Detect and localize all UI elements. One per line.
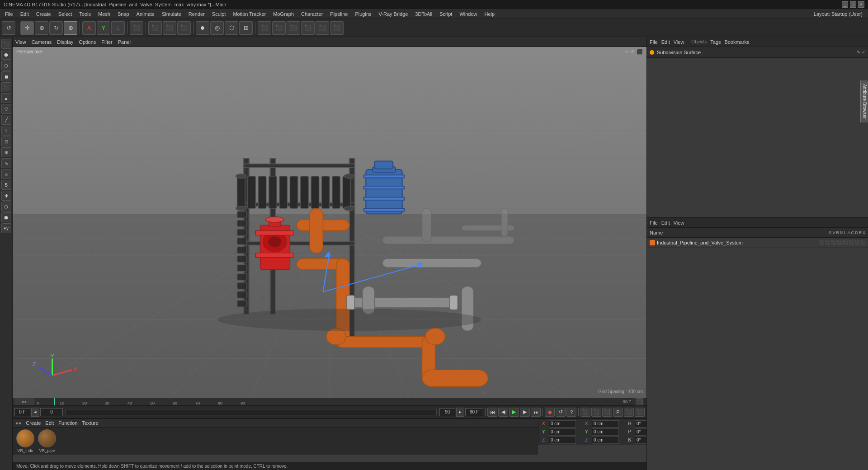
end-frame-input[interactable] [439,408,455,416]
go-to-end-button[interactable]: ⏭ [531,408,541,417]
scale-tool-button[interactable]: ⊕ [35,21,48,35]
play-reverse-button[interactable]: ◀ [498,408,508,417]
frame-progress-bar[interactable] [66,409,437,415]
render-region-button[interactable]: ⬛ [130,21,143,35]
menu-help[interactable]: Help [481,10,498,18]
render-view-button[interactable]: ⬛ [148,21,162,35]
current-frame-input[interactable] [14,408,30,416]
timeline-settings[interactable]: ⬛ [636,398,643,405]
frame-step-down[interactable]: ◂ [31,408,39,417]
menu-file[interactable]: File [2,10,16,18]
viewport-menu-cameras[interactable]: Cameras [32,39,52,45]
menu-snap[interactable]: Snap [114,10,132,18]
left-tool-6[interactable]: ▲ [1,93,11,103]
uv-mode-button[interactable]: ⊞ [239,21,253,35]
menu-mograph[interactable]: MoGraph [270,10,297,18]
selection-key[interactable]: ⬛ [602,408,612,417]
viewport-menu-panel[interactable]: Panel [118,39,131,45]
left-tool-sculpt[interactable]: ⌾ [1,169,11,179]
material-menu-edit[interactable]: Edit [45,420,54,426]
left-tool-2[interactable]: ⬢ [1,50,11,60]
obj-icon-1[interactable]: ⬛ [819,240,824,245]
subd-edit-icon[interactable]: ✎ [857,50,860,55]
wireframe-button[interactable]: ⬛ [287,21,300,35]
viewport-menu-display[interactable]: Display [57,39,73,45]
menu-tools[interactable]: Tools [76,10,94,18]
obj-icon-2[interactable]: ⬛ [825,240,830,245]
record-button[interactable]: ⏺ [545,408,555,417]
y-axis-button[interactable]: Y [97,21,110,35]
go-to-start-button[interactable]: ⏮ [487,408,497,417]
material-menu-texture[interactable]: Texture [82,420,99,426]
menu-simulate[interactable]: Simulate [159,10,184,18]
render-button[interactable]: ⬛ [163,21,176,35]
obj-menu-edit[interactable]: Edit [661,220,670,226]
edge-mode-button[interactable]: ◎ [210,21,224,35]
bar-key[interactable]: ⬛ [635,408,645,417]
viewport-icon-layout[interactable]: ⬛ [637,49,643,55]
obj-menu-view[interactable]: View [674,220,684,226]
obj-icon-6[interactable]: ⬛ [849,240,854,245]
left-tool-circle[interactable]: ⬡ [1,202,11,212]
left-tool-python[interactable]: Py [1,223,11,233]
obj-icon-4[interactable]: ⬛ [837,240,842,245]
loop-button[interactable]: ↺ [556,408,566,417]
left-tool-1[interactable]: ⬛ [1,39,11,49]
end-frame-label[interactable] [465,408,483,416]
viewport-settings[interactable]: ⬛ [316,21,329,35]
left-tool-plus[interactable]: ✚ [1,191,11,201]
close-button[interactable]: ✕ [858,1,864,8]
timeline-ruler[interactable]: 0 10 20 30 40 50 60 70 80 90 [34,398,620,405]
coord-y-size[interactable] [592,428,619,436]
coord-x-size[interactable] [592,420,619,428]
x-axis-button[interactable]: X [82,21,96,35]
menu-sculpt[interactable]: Sculpt [209,10,229,18]
coord-z-pos[interactable] [549,437,576,444]
subd-check-icon[interactable]: ✓ [862,50,865,55]
left-tool-hex[interactable]: ⬢ [1,212,11,222]
coord-x-pos[interactable] [549,420,576,428]
play-forward-button[interactable]: ▶ [520,408,530,417]
attr-menu-file[interactable]: File [650,39,658,45]
material-item-2[interactable]: VR_pipe [38,429,56,453]
motion-key[interactable]: ⬛ [591,408,601,417]
menu-mesh[interactable]: Mesh [95,10,113,18]
display-mode-button[interactable]: ⬛ [258,21,271,35]
coord-y-pos[interactable] [549,428,576,436]
left-tool-4[interactable]: ◼ [1,71,11,81]
pose-key[interactable]: P [613,408,623,417]
left-tool-7[interactable]: ▽ [1,104,11,114]
left-tool-5[interactable]: ⬛ [1,82,11,92]
obj-icon-7[interactable]: ⬛ [854,240,859,245]
attr-bookmarks-label[interactable]: Bookmarks [725,39,750,45]
minimize-button[interactable]: _ [842,1,848,8]
attr-menu-view[interactable]: View [674,39,684,45]
poly-mode-button[interactable]: ⬡ [225,21,238,35]
obj-icon-8[interactable]: ⬛ [860,240,865,245]
frame-step-up[interactable]: ▸ [456,408,464,417]
obj-icon-5[interactable]: ⬛ [843,240,848,245]
z-axis-button[interactable]: Z [111,21,125,35]
rotate-tool-button[interactable]: ↻ [49,21,63,35]
viewport-icon-arrows[interactable]: ⇔ [625,49,629,55]
menu-render[interactable]: Render [185,10,208,18]
menu-vray[interactable]: V-Ray Bridge [376,10,411,18]
key-button[interactable]: ⬛ [580,408,590,417]
layout-key[interactable]: ⬛ [624,408,634,417]
attribute-browser-tab[interactable]: Attribute Browser [860,80,868,122]
attr-menu-edit[interactable]: Edit [661,39,670,45]
menu-window[interactable]: Window [456,10,480,18]
left-tool-8[interactable]: ╱ [1,115,11,125]
menu-motion-tracker[interactable]: Motion Tracker [230,10,269,18]
menu-select[interactable]: Select [55,10,75,18]
material-menu-create[interactable]: Create [26,420,41,426]
maximize-button[interactable]: □ [850,1,856,8]
timeline-playhead[interactable] [54,398,55,405]
viewport[interactable]: View Cameras Display Options Filter Pane… [13,37,646,398]
viewport-menu-view[interactable]: View [15,39,26,45]
menu-create[interactable]: Create [33,10,54,18]
shading-button[interactable]: ⬛ [272,21,286,35]
menu-plugins[interactable]: Plugins [352,10,374,18]
material-menu-function[interactable]: Function [58,420,77,426]
viewport-menu-filter[interactable]: Filter [101,39,112,45]
